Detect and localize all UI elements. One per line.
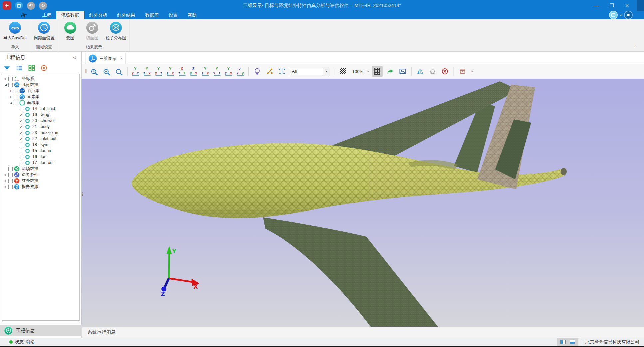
close-button[interactable]: ✕: [619, 0, 635, 11]
restore-button[interactable]: ❐: [604, 0, 619, 11]
chevron-down-icon[interactable]: ▾: [620, 13, 622, 17]
list-view-icon[interactable]: [16, 64, 23, 72]
tree-expander-icon[interactable]: ▶: [9, 95, 13, 98]
tree-checkbox[interactable]: [19, 155, 23, 159]
tree-row--[interactable]: 流场数据: [2, 166, 79, 172]
menu-item-6[interactable]: 帮助: [183, 11, 202, 19]
tree-checkbox[interactable]: [14, 95, 18, 99]
ring-nodes-button[interactable]: [428, 67, 437, 76]
tree-row-17-far-out[interactable]: 17 - far_out: [2, 160, 79, 166]
viewport-3d[interactable]: Y X Z •••: [82, 79, 644, 327]
tree-row--[interactable]: ▶节点集: [2, 88, 79, 94]
tree-expander-icon[interactable]: ◢: [9, 101, 13, 104]
tab-3d-view[interactable]: 三维显示 ×: [86, 53, 126, 64]
delete-button[interactable]: [440, 67, 450, 76]
zoom-out-button[interactable]: −: [102, 67, 111, 76]
tree-checkbox[interactable]: [8, 167, 13, 171]
tree-checkbox[interactable]: [8, 77, 13, 81]
tree-row--[interactable]: ◢几何数据: [2, 82, 79, 88]
view-left-button[interactable]: Yxz: [155, 67, 163, 76]
light-button[interactable]: [253, 67, 262, 76]
tree-expander-icon[interactable]: ▶: [4, 185, 8, 188]
panel-splitter[interactable]: •••: [82, 192, 83, 196]
model-nozzle[interactable]: [561, 168, 567, 175]
package-caret-icon[interactable]: ∨: [471, 70, 474, 73]
tree-row--[interactable]: ◢面域集: [2, 100, 79, 106]
tree-checkbox[interactable]: [14, 101, 18, 105]
help-manual-icon[interactable]: [625, 11, 632, 19]
snapshot-button[interactable]: [398, 67, 407, 76]
tree-checkbox[interactable]: ✓: [19, 113, 23, 117]
tree-checkbox[interactable]: [19, 107, 23, 111]
export-button[interactable]: [386, 67, 395, 76]
menu-item-5[interactable]: 设置: [164, 11, 183, 19]
tree-checkbox[interactable]: ✓: [19, 131, 23, 135]
view-iso-2-button[interactable]: Yxz: [213, 67, 221, 76]
view-right-button[interactable]: Yzx: [166, 67, 174, 76]
tab-close-icon[interactable]: ×: [120, 56, 123, 61]
tree-checkbox[interactable]: [8, 173, 13, 177]
tree-expander-icon[interactable]: ▶: [4, 179, 8, 182]
minimize-button[interactable]: —: [589, 0, 604, 11]
layout-left-panel-icon[interactable]: [560, 340, 566, 344]
menu-item-2[interactable]: 红外分析: [84, 11, 112, 19]
tree-checkbox[interactable]: [19, 143, 23, 147]
video-help-icon[interactable]: [610, 11, 617, 19]
opacity-value[interactable]: 100%: [352, 69, 363, 74]
viewport-3d-model[interactable]: Y X Z: [82, 79, 644, 327]
transparency-icon[interactable]: [338, 67, 348, 76]
tree-checkbox[interactable]: ✓: [19, 125, 23, 129]
package-button[interactable]: [458, 67, 467, 76]
tree-checkbox[interactable]: [8, 185, 13, 189]
tree-row--[interactable]: ▶Yzx坐标系: [2, 76, 79, 82]
zoom-in-button[interactable]: +: [89, 67, 99, 76]
tree-row-16-far[interactable]: 16 - far: [2, 154, 79, 160]
tree-checkbox[interactable]: [19, 161, 23, 165]
tree-expander-icon[interactable]: ▶: [9, 89, 13, 92]
layout-bottom-panel-icon[interactable]: [570, 340, 575, 344]
project-panel-bottom-tab[interactable]: 工程信息: [0, 325, 82, 336]
ribbon-button-particle[interactable]: 粒子分布图: [106, 21, 127, 43]
tree-row--[interactable]: ▶元素集: [2, 94, 79, 100]
ribbon-button-cas[interactable]: cas导入Cas/Dat: [3, 21, 27, 43]
view-iso-1-button[interactable]: Yzx: [201, 67, 209, 76]
tree-row-20-chuiwei[interactable]: ✓20 - chuiwei: [2, 118, 79, 124]
mirror-button[interactable]: [416, 67, 425, 76]
display-filter-dropdown-button[interactable]: ▼: [323, 68, 330, 75]
zoom-fit-button[interactable]: ▫: [114, 67, 123, 76]
tree-row--[interactable]: ▶报告资源: [2, 184, 79, 190]
opacity-caret-icon[interactable]: ▾: [367, 70, 369, 73]
panel-collapse-button[interactable]: <: [73, 55, 76, 60]
view-back-button[interactable]: Yzx: [143, 67, 151, 76]
menu-item-0[interactable]: 工程: [37, 11, 56, 19]
tree-expander-icon[interactable]: ▶: [4, 77, 8, 80]
tree-row--[interactable]: ▶红外数据: [2, 178, 79, 184]
display-filter-value[interactable]: All: [290, 68, 323, 75]
tree-checkbox[interactable]: [14, 89, 18, 93]
tree-row--[interactable]: ▶边界条件: [2, 172, 79, 178]
view-bottom-button[interactable]: ZYx: [190, 67, 198, 76]
tree-expander-icon[interactable]: ▶: [4, 173, 8, 176]
tree-row-22-inlet-out[interactable]: ✓22 - inlet_out: [2, 136, 79, 142]
view-top-button[interactable]: XzY: [178, 67, 186, 76]
grid-toggle-button[interactable]: [372, 66, 383, 77]
ribbon-button-cycle[interactable]: 周期面设置: [34, 21, 55, 43]
tree-checkbox[interactable]: [8, 179, 13, 183]
view-rotate-button[interactable]: zxy: [236, 67, 244, 76]
ribbon-button-cloud[interactable]: 云图: [62, 21, 79, 43]
view-front-button[interactable]: Yxz: [132, 67, 140, 76]
ribbon-collapse-button[interactable]: ⌃: [633, 45, 637, 49]
tree-checkbox[interactable]: [8, 83, 13, 87]
tree-checkbox[interactable]: ✓: [19, 137, 23, 141]
menu-item-1[interactable]: 流场数据: [56, 11, 84, 19]
toolbar-drag-handle[interactable]: ‖: [85, 69, 86, 74]
target-icon[interactable]: [40, 64, 48, 72]
tree-row-21-body[interactable]: ✓21 - body: [2, 124, 79, 130]
grid-view-icon[interactable]: [28, 64, 35, 72]
menu-item-3[interactable]: 红外结果: [112, 11, 140, 19]
tree-row-23-nozzle-in[interactable]: ✓23 - nozzle_in: [2, 130, 79, 136]
tree-row-15-far-in[interactable]: 15 - far_in: [2, 148, 79, 154]
box-select-button[interactable]: [277, 67, 287, 76]
view-axis-down-button[interactable]: Yzx: [225, 67, 233, 76]
tree-row-14-int-fluid[interactable]: 14 - int_fluid: [2, 106, 79, 112]
